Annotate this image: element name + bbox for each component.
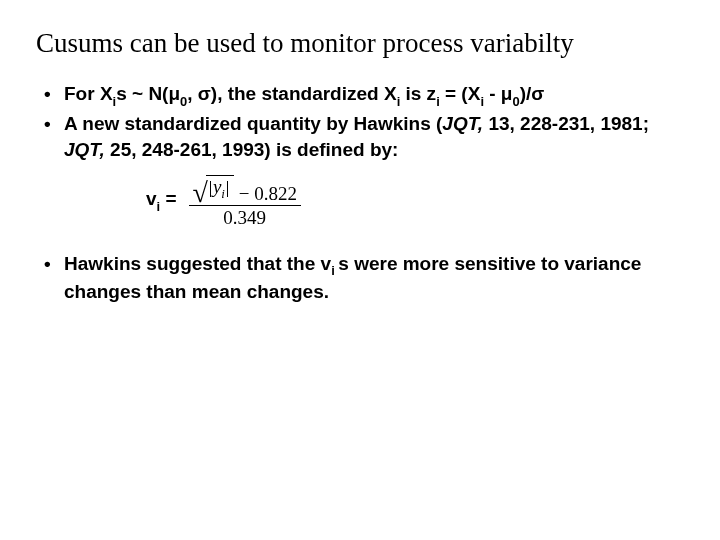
- yi-i: i: [221, 186, 225, 201]
- b1-sub5: i: [480, 94, 484, 109]
- b1-mid3: is z: [400, 83, 436, 104]
- b3-p1: Hawkins suggested that the v: [64, 253, 331, 274]
- formula-fraction: √ yi − 0.822 0.349: [189, 173, 301, 229]
- f-i: i: [157, 199, 161, 214]
- b2-jqt2: JQT,: [64, 139, 105, 160]
- b1-sub4: i: [436, 94, 440, 109]
- b1-pre: For X: [64, 83, 113, 104]
- formula-lhs: vi =: [146, 188, 177, 213]
- bullet-list-2: Hawkins suggested that the vi s were mor…: [36, 251, 684, 305]
- b1-mid1: s ~ N(μ: [116, 83, 180, 104]
- b1-mid2: , σ), the standardized X: [187, 83, 396, 104]
- b3-sub1: i: [331, 263, 338, 278]
- bullet-item-1: For Xis ~ N(μ0, σ), the standardized Xi …: [36, 81, 684, 109]
- abs-bar-left: [210, 181, 211, 197]
- formula: vi = √ yi − 0.822 0.349: [36, 173, 684, 229]
- b1-mid5: - μ: [484, 83, 513, 104]
- b1-sub2: 0: [180, 94, 187, 109]
- b1-sub6: 0: [512, 94, 519, 109]
- b2-p2: 13, 228-231, 1981;: [483, 113, 649, 134]
- b1-sub1: i: [113, 94, 117, 109]
- sqrt: √ yi: [193, 175, 234, 201]
- b2-p3: 25, 248-261, 1993) is defined by:: [105, 139, 399, 160]
- b2-p1: A new standardized quantity by Hawkins (: [64, 113, 442, 134]
- f-v: v: [146, 188, 157, 209]
- radicand: yi: [206, 175, 234, 201]
- radical-icon: √: [193, 183, 208, 203]
- b1-tail: )/σ: [520, 83, 545, 104]
- b2-text: A new standardized quantity by Hawkins (…: [64, 113, 649, 160]
- abs-bar-right: [227, 181, 228, 197]
- b1-sub3: i: [397, 94, 401, 109]
- bullet-list: For Xis ~ N(μ0, σ), the standardized Xi …: [36, 81, 684, 163]
- formula-denominator: 0.349: [219, 206, 270, 229]
- bullet-item-3: Hawkins suggested that the vi s were mor…: [36, 251, 684, 305]
- slide: Cusums can be used to monitor process va…: [0, 0, 720, 540]
- b2-jqt1: JQT,: [442, 113, 483, 134]
- f-const: − 0.822: [239, 183, 297, 204]
- b1-text: For Xis ~ N(μ0, σ), the standardized Xi …: [64, 83, 544, 104]
- f-eq: =: [160, 188, 176, 209]
- slide-title: Cusums can be used to monitor process va…: [36, 28, 684, 59]
- yi: yi: [213, 177, 225, 201]
- formula-numerator: √ yi − 0.822: [189, 173, 301, 205]
- bullet-item-2: A new standardized quantity by Hawkins (…: [36, 111, 684, 162]
- b1-mid4: = (X: [440, 83, 481, 104]
- b3-text: Hawkins suggested that the vi s were mor…: [64, 253, 641, 302]
